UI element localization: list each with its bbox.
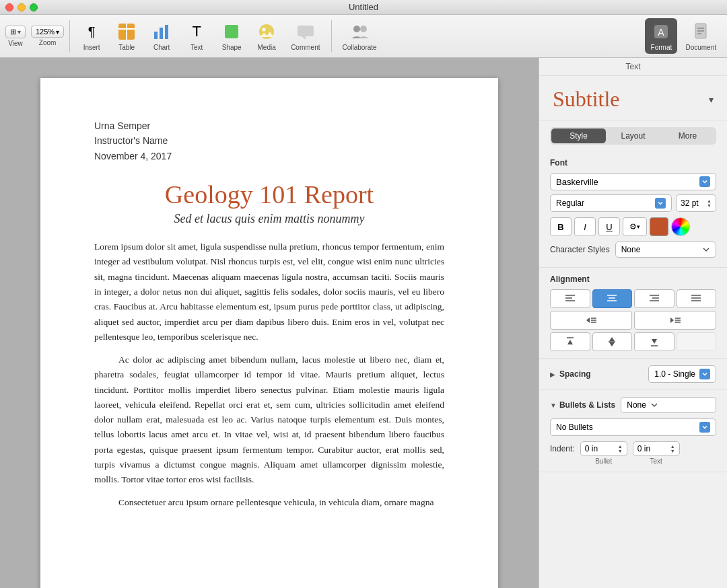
svg-rect-9 [298,26,314,36]
grid-icon: ⊞ [10,28,16,36]
document-title[interactable]: Geology 101 Report [94,180,444,209]
bold-button[interactable]: B [550,217,572,236]
svg-text:A: A [658,27,665,38]
tab-layout[interactable]: Layout [606,128,660,143]
table-group[interactable]: Table [110,18,143,54]
valign-bottom-button[interactable] [634,332,674,351]
zoom-value[interactable]: 125% [36,28,55,36]
text-format-row: B I U ⚙ ▾ [550,217,716,236]
chart-icon [151,21,172,42]
view-label: View [8,40,23,47]
chart-label: Chart [153,44,170,51]
document-button[interactable]: Document [680,18,722,54]
format-label: Format [651,44,672,51]
text-indent-input[interactable]: 0 in ▲ ▼ [633,441,680,456]
paragraph-2[interactable]: Ac dolor ac adipiscing amet bibendum nul… [94,353,444,487]
spacing-value: 1.0 - Single [654,369,695,379]
document-body[interactable]: Lorem ipsum dolor sit amet, ligula suspe… [94,240,444,511]
table-label: Table [118,44,135,51]
tab-style[interactable]: Style [551,128,606,143]
stepper-down[interactable]: ▼ [707,203,712,208]
svg-marker-31 [586,318,590,323]
bullet-stepper-down[interactable]: ▼ [618,449,623,453]
character-styles-label: Character Styles [550,245,610,254]
font-style-arrow [655,198,666,209]
comment-group[interactable]: Comment [285,18,325,54]
character-styles-dropdown[interactable]: None [615,242,716,258]
traffic-lights[interactable] [5,3,38,11]
text-indent-stepper[interactable]: ▲ ▼ [670,444,675,453]
font-family-dropdown[interactable]: Baskerville [550,173,716,190]
font-family-arrow [699,176,710,187]
valign-middle-button[interactable] [592,332,633,351]
text-options-button[interactable]: ⚙ ▾ [623,217,647,236]
divider-2 [331,20,332,52]
font-style-dropdown[interactable]: Regular [550,194,672,212]
character-styles-value: None [621,245,641,254]
header-line-2: Instructor's Name [94,133,444,148]
bullet-stepper-up[interactable]: ▲ [618,444,623,449]
paragraph-1[interactable]: Lorem ipsum dolor sit amet, ligula suspe… [94,240,444,344]
document-canvas[interactable]: Urna Semper Instructor's Name November 4… [0,58,539,588]
align-right-button[interactable] [634,289,674,308]
text-color-swatch[interactable] [650,217,668,236]
underline-button[interactable]: U [598,217,620,236]
bullet-indent-group: 0 in ▲ ▼ Bullet [580,441,627,465]
document-subtitle[interactable]: Sed et lacus quis enim mattis nonummy [94,212,444,226]
paragraph-3[interactable]: Consectetuer arcu ipsum ornare pellentes… [94,495,444,510]
no-bullets-arrow [699,422,710,433]
spacing-dropdown[interactable]: 1.0 - Single [648,365,716,383]
shape-group[interactable]: Shape [215,18,248,54]
chart-group[interactable]: Chart [145,18,178,54]
bullets-type-dropdown[interactable]: None [621,397,716,413]
view-button[interactable]: ⊞ ▾ [5,26,26,38]
media-group[interactable]: Media [250,18,283,54]
no-bullets-dropdown[interactable]: No Bullets [550,418,716,436]
valign-top-button[interactable] [550,332,590,351]
bullets-toggle[interactable]: ▼ Bullets & Lists [550,400,615,410]
stepper-up[interactable]: ▲ [707,198,712,203]
bullet-indent-stepper[interactable]: ▲ ▼ [618,444,623,453]
collaborate-group[interactable]: Collaborate [337,18,382,54]
align-justify-button[interactable] [677,289,717,308]
document-icon [690,21,712,42]
color-wheel-button[interactable] [671,217,690,236]
character-styles-row: Character Styles None [550,242,716,258]
italic-button[interactable]: I [574,217,596,236]
font-size-stepper[interactable]: ▲ ▼ [707,198,712,208]
alignment-label: Alignment [550,274,716,284]
align-left-button[interactable] [550,289,590,308]
style-tabs: Style Layout More [550,127,716,145]
spacing-toggle[interactable]: ▶ Spacing [550,369,591,379]
alignment-row-2 [550,311,716,330]
tab-more[interactable]: More [660,128,715,143]
text-stepper-up[interactable]: ▲ [670,444,675,449]
text-stepper-down[interactable]: ▼ [670,449,675,453]
insert-group[interactable]: ¶ Insert [75,18,108,54]
spacing-triangle-icon: ▶ [550,371,555,378]
align-center-button[interactable] [592,289,633,308]
comment-icon [295,21,316,42]
svg-rect-3 [154,32,158,39]
text-group[interactable]: T Text [180,18,213,54]
zoom-label: Zoom [39,39,57,46]
zoom-control[interactable]: 125% ▾ [31,26,64,38]
subtitle-display[interactable]: Subtitle ▾ [539,76,727,120]
bullets-chevron [650,401,658,409]
indent-increase-button[interactable] [634,311,716,330]
svg-rect-4 [160,28,163,39]
spacing-section: ▶ Spacing 1.0 - Single [539,359,727,390]
collaborate-label: Collaborate [343,44,377,51]
bullet-indent-input[interactable]: 0 in ▲ ▼ [580,441,627,456]
indent-decrease-button[interactable] [550,311,632,330]
fullscreen-button[interactable] [30,3,38,11]
minimize-button[interactable] [18,3,26,11]
format-button[interactable]: A Format [645,18,677,54]
svg-rect-5 [165,25,168,39]
subtitle-chevron-icon[interactable]: ▾ [709,94,714,105]
text-indent-value: 0 in [637,444,650,453]
shape-label: Shape [222,44,242,51]
close-button[interactable] [5,3,13,11]
font-size-control[interactable]: 32 pt ▲ ▼ [676,194,716,212]
document-header: Urna Semper Instructor's Name November 4… [94,118,444,163]
